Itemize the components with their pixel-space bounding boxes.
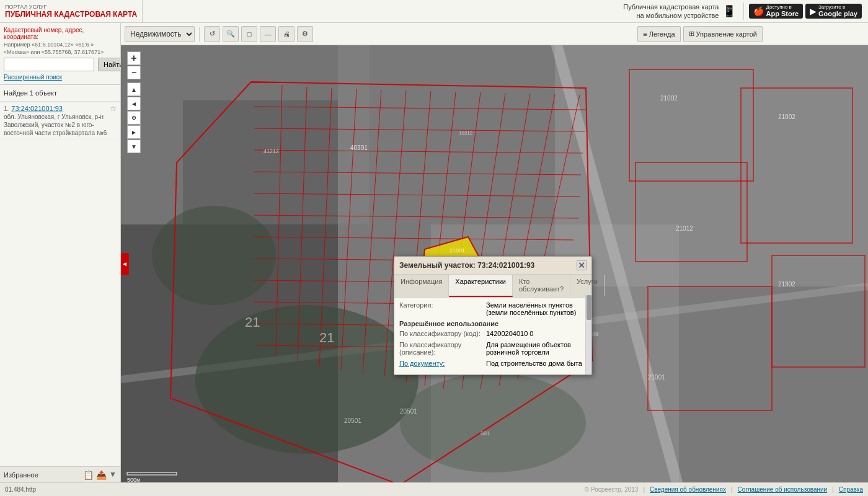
- result-star[interactable]: ☆: [110, 104, 117, 113]
- svg-text:21001: 21001: [450, 247, 465, 254]
- category-row: Категория: Земли населённых пунктов (зем…: [399, 301, 587, 316]
- separator: |: [731, 486, 733, 493]
- legend-icon: ≡: [643, 30, 647, 38]
- category-label: Категория:: [399, 301, 486, 316]
- svg-text:10212: 10212: [459, 130, 473, 136]
- zoom-to-btn[interactable]: 🔍: [223, 26, 239, 42]
- google-play-label: Загрузите в Google play: [818, 5, 857, 18]
- pan-north-button[interactable]: ▲: [127, 82, 141, 96]
- svg-rect-6: [555, 45, 868, 286]
- reset-btn[interactable]: ↺: [204, 26, 220, 42]
- pan-east-button[interactable]: ►: [127, 125, 141, 139]
- svg-text:21002: 21002: [660, 95, 678, 102]
- phone-icon: 📱: [722, 4, 736, 18]
- status-links: © Росреестр, 2013 | Сведения об обновлен…: [585, 486, 863, 493]
- search-label: Кадастровый номер, адрес, координата:: [4, 27, 117, 40]
- popup-content: Категория: Земли населённых пунктов (зем…: [394, 298, 591, 374]
- result-id[interactable]: 73:24:021001:93: [11, 105, 63, 112]
- status-url: 01.484.http: [5, 486, 36, 493]
- fav-collapse-icon[interactable]: ▼: [109, 470, 117, 480]
- left-panel: Кадастровый номер, адрес, координата: На…: [0, 23, 121, 482]
- zoom-out-button[interactable]: −: [127, 66, 141, 79]
- classifier-desc-row: По классификатору (описание): Для размещ…: [399, 341, 587, 356]
- popup-tab-services[interactable]: Кто обслуживает?: [513, 275, 570, 297]
- android-icon: ▶: [810, 6, 817, 16]
- app-store-badge[interactable]: 🍎 Доступно в App Store: [749, 4, 803, 19]
- manage-map-button[interactable]: ⊞ Управление картой: [683, 26, 763, 42]
- svg-text:20501: 20501: [344, 417, 361, 424]
- classifier-code-row: По классификатору (код): 14200204010 0: [399, 330, 587, 337]
- updates-link[interactable]: Сведения об обновлениях: [650, 486, 726, 493]
- svg-point-10: [152, 206, 276, 305]
- apple-icon: 🍎: [753, 6, 764, 16]
- popup-scrollbar[interactable]: [585, 294, 591, 374]
- advanced-search-link[interactable]: Расширенный поиск: [4, 74, 117, 81]
- fav-add-icon[interactable]: 📋: [83, 470, 94, 480]
- pan-south-button[interactable]: ▼: [127, 140, 141, 153]
- popup-scrollthumb: [587, 295, 591, 320]
- svg-text:21001: 21001: [648, 374, 665, 381]
- by-document-value: Под строительство дома быта: [486, 360, 582, 367]
- portal-text: ПОРТАЛ УСЛУГ: [5, 4, 137, 10]
- popup-tab-characteristics[interactable]: Характеристики: [449, 275, 513, 297]
- zoom-in-button[interactable]: +: [127, 51, 141, 65]
- favorites-icons: 📋 📤 ▼: [83, 470, 117, 480]
- allowed-use-header: Разрешённое использование: [399, 320, 587, 327]
- header-center: Публичная кадастровая картана мобильном …: [143, 2, 868, 20]
- separator1: [199, 27, 200, 42]
- measure-dist-btn[interactable]: —: [260, 26, 276, 42]
- pan-home-button[interactable]: ⊙: [127, 111, 141, 125]
- result-number: 1.: [4, 105, 9, 112]
- search-type-select[interactable]: Недвижимость Участки ОКС: [125, 26, 195, 42]
- popup-title-bar: Земельный участок: 73:24:021001:93 ✕: [394, 257, 591, 275]
- help-link[interactable]: Справка: [839, 486, 863, 493]
- results-count: Найден 1 объект: [4, 87, 117, 99]
- classifier-code-value: 14200204010 0: [486, 330, 533, 337]
- svg-text:21002: 21002: [778, 113, 795, 120]
- svg-point-9: [195, 305, 418, 454]
- portal-logo: ПОРТАЛ УСЛУГ ПУБЛИЧНАЯ КАДАСТРОВАЯ КАРТА: [0, 0, 143, 23]
- by-document-label[interactable]: По документу:: [399, 360, 486, 367]
- svg-text:500м: 500м: [127, 477, 140, 482]
- fav-export-icon[interactable]: 📤: [96, 470, 107, 480]
- svg-text:41212: 41212: [264, 148, 279, 154]
- svg-text:21302: 21302: [778, 281, 795, 288]
- mobile-promo-text: Публичная кадастровая картана мобильном …: [623, 2, 719, 20]
- result-item[interactable]: 1. 73:24:021001:93 ☆ обл. Ульяновская, г…: [0, 102, 120, 140]
- by-document-row: По документу: Под строительство дома быт…: [399, 360, 587, 367]
- classifier-desc-value: Для размещения объектов розничной торгов…: [486, 341, 587, 356]
- svg-text:581: 581: [480, 430, 490, 436]
- terms-link[interactable]: Соглашение об использовании: [738, 486, 828, 493]
- svg-text:20501: 20501: [400, 408, 417, 415]
- svg-text:21012: 21012: [676, 225, 693, 232]
- legend-button[interactable]: ≡ Легенда: [637, 26, 680, 42]
- favorites-area: Избранное 📋 📤 ▼: [0, 466, 120, 482]
- toolbar: Недвижимость Участки ОКС ↺ 🔍 □ — 🖨 ⚙ ≡ Л…: [121, 23, 868, 45]
- search-row: Найти: [4, 58, 117, 71]
- measure-area-btn[interactable]: □: [241, 26, 257, 42]
- result-address: обл. Ульяновская, г Ульяновск, р-н Завол…: [4, 113, 117, 137]
- pan-west-button[interactable]: ◄: [127, 97, 141, 110]
- separator: |: [832, 486, 834, 493]
- app-badges: 🍎 Доступно в App Store ▶ Загрузите в Goo…: [749, 4, 862, 19]
- svg-text:21: 21: [245, 314, 260, 330]
- svg-text:40301: 40301: [350, 144, 368, 151]
- print-btn[interactable]: 🖨: [278, 26, 294, 42]
- search-hint: Например «61:6.10104.12» «61:6 »«Москва»…: [4, 42, 117, 56]
- layers-icon: ⊞: [689, 30, 694, 38]
- header: ПОРТАЛ УСЛУГ ПУБЛИЧНАЯ КАДАСТРОВАЯ КАРТА…: [0, 0, 868, 23]
- search-input[interactable]: [4, 58, 94, 71]
- popup-title: Земельный участок: 73:24:021001:93: [399, 261, 534, 270]
- panel-collapse-arrow[interactable]: ◄: [121, 253, 129, 275]
- portal-title: ПУБЛИЧНАЯ КАДАСТРОВАЯ КАРТА: [5, 10, 137, 19]
- settings-btn[interactable]: ⚙: [297, 26, 313, 42]
- popup-close-button[interactable]: ✕: [577, 260, 587, 270]
- category-value: Земли населённых пунктов (земли поселённ…: [486, 301, 587, 316]
- zoom-controls: + − ▲ ◄ ⊙ ► ▼: [127, 51, 141, 153]
- popup-tab-info[interactable]: Информация: [394, 275, 449, 297]
- results-list: 1. 73:24:021001:93 ☆ обл. Ульяновская, г…: [0, 102, 120, 140]
- popup-tabs: Информация Характеристики Кто обслуживае…: [394, 275, 591, 298]
- map-area[interactable]: 40301 21 21 41212 21001 10212 20501 2050…: [121, 45, 868, 482]
- search-area: Кадастровый номер, адрес, координата: На…: [0, 23, 120, 85]
- google-play-badge[interactable]: ▶ Загрузите в Google play: [805, 4, 862, 19]
